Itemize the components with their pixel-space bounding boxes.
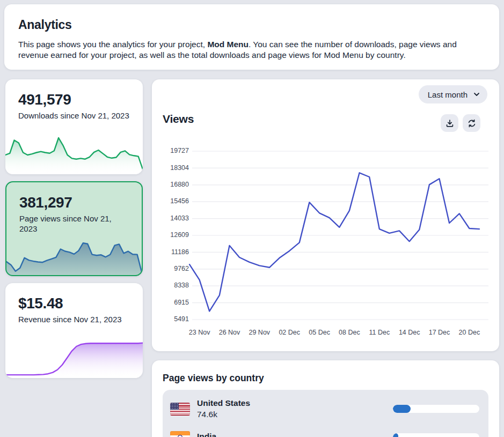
- description-prefix: This page shows you the analytics for yo…: [18, 40, 207, 49]
- downloads-sparkline: [5, 136, 143, 174]
- country-panel-title: Page views by country: [163, 373, 264, 384]
- page-header-card: Analytics This page shows you the analyt…: [4, 4, 499, 70]
- svg-text:9762: 9762: [174, 265, 189, 272]
- refresh-chart-button[interactable]: [463, 114, 480, 132]
- views-chart-title: Views: [163, 113, 194, 125]
- analytics-page: Analytics This page shows you the analyt…: [0, 0, 504, 437]
- stat-card-page-views[interactable]: 381,297 Page views since Nov 21, 2023: [5, 181, 143, 276]
- chevron-down-icon: [473, 91, 480, 98]
- stat-card-downloads[interactable]: 491,579 Downloads since Nov 21, 2023: [5, 79, 143, 174]
- range-selector-label: Last month: [428, 90, 468, 99]
- downloads-label: Downloads since Nov 21, 2023: [5, 108, 143, 121]
- range-selector-button[interactable]: Last month: [419, 85, 487, 103]
- svg-text:29 Nov: 29 Nov: [249, 329, 270, 336]
- country-name: United States: [197, 398, 250, 408]
- svg-text:15456: 15456: [170, 197, 189, 205]
- download-icon: [445, 118, 455, 128]
- views-line-chart: 5491691583389762111861260914033154561688…: [152, 137, 499, 344]
- refresh-icon: [467, 118, 477, 128]
- country-text: United States 74.6k: [197, 398, 250, 419]
- country-bar-track: [393, 433, 479, 437]
- page-views-value: 381,297: [6, 182, 142, 211]
- svg-text:6915: 6915: [174, 299, 189, 306]
- page-description: This page shows you the analytics for yo…: [18, 39, 485, 61]
- india-flag-icon: [170, 431, 190, 437]
- country-bar-fill: [393, 405, 411, 413]
- page-views-sparkline: [6, 236, 142, 275]
- svg-text:20 Dec: 20 Dec: [459, 329, 480, 336]
- svg-text:11186: 11186: [171, 248, 189, 256]
- page-views-label: Page views since Nov 21, 2023: [6, 211, 142, 234]
- revenue-value: $15.48: [5, 283, 143, 312]
- svg-text:8338: 8338: [174, 282, 189, 289]
- svg-text:14033: 14033: [170, 214, 189, 222]
- country-row-india: India: [163, 423, 488, 437]
- svg-text:12609: 12609: [170, 231, 189, 239]
- download-chart-button[interactable]: [441, 114, 458, 132]
- svg-text:26 Nov: 26 Nov: [219, 329, 240, 336]
- views-panel: Last month Views 54916915833897621118612…: [152, 79, 499, 351]
- country-name: India: [197, 432, 216, 437]
- country-panel: Page views by country United States 74.6…: [152, 360, 499, 437]
- country-row-united-states: United States 74.6k: [163, 395, 488, 423]
- downloads-value: 491,579: [5, 79, 143, 108]
- chart-actions: [441, 114, 480, 132]
- us-flag-icon: [170, 403, 190, 416]
- revenue-label: Revenue since Nov 21, 2023: [5, 312, 143, 325]
- svg-text:5491: 5491: [174, 315, 189, 323]
- stat-card-revenue[interactable]: $15.48 Revenue since Nov 21, 2023: [5, 283, 143, 378]
- page-title: Analytics: [18, 18, 485, 32]
- country-text: India: [197, 432, 216, 437]
- country-bar-fill: [393, 433, 398, 437]
- svg-text:17 Dec: 17 Dec: [429, 329, 450, 336]
- svg-text:23 Nov: 23 Nov: [189, 329, 210, 336]
- svg-text:02 Dec: 02 Dec: [279, 329, 300, 336]
- svg-text:14 Dec: 14 Dec: [399, 329, 420, 336]
- country-value: 74.6k: [197, 410, 250, 419]
- svg-text:11 Dec: 11 Dec: [369, 329, 390, 336]
- svg-text:18304: 18304: [170, 164, 189, 172]
- svg-text:16880: 16880: [170, 181, 189, 188]
- svg-text:19727: 19727: [170, 147, 189, 154]
- svg-text:08 Dec: 08 Dec: [339, 329, 360, 336]
- project-name: Mod Menu: [207, 40, 249, 49]
- country-list: United States 74.6k India: [163, 390, 488, 437]
- country-bar-track: [393, 405, 479, 413]
- revenue-sparkline: [5, 339, 143, 378]
- svg-text:05 Dec: 05 Dec: [309, 329, 330, 336]
